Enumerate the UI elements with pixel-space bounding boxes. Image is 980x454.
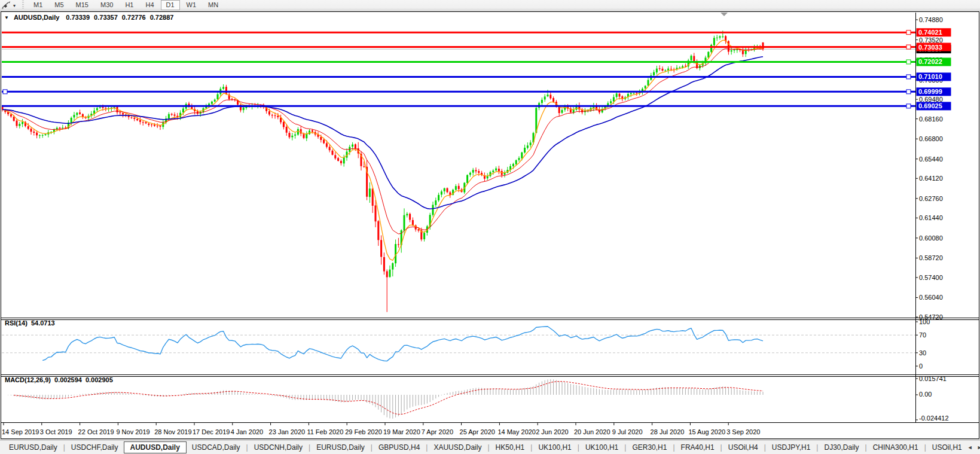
macd-signal-value: 0.002905: [86, 376, 113, 383]
symbol-dropdown-icon[interactable]: ▼: [4, 15, 9, 20]
date-label: 14 Sep 2019: [2, 428, 39, 435]
candle-body: [225, 87, 227, 94]
chart-tab-USDCHF-Daily[interactable]: USDCHF,Daily: [66, 441, 124, 453]
timeframe-button-M5[interactable]: M5: [49, 0, 69, 10]
candle-body: [71, 118, 72, 123]
candle-body: [398, 244, 399, 245]
candle-body: [297, 129, 299, 135]
candle-body: [389, 270, 391, 277]
chart-tab-GBPUSD-H4[interactable]: GBPUSD,H4: [373, 441, 425, 453]
candle-body: [168, 114, 170, 118]
candle-body: [472, 170, 474, 173]
candle-body: [131, 117, 133, 118]
timeframe-button-H1[interactable]: H1: [120, 0, 139, 10]
candle-body: [286, 127, 288, 133]
hline-handle[interactable]: [906, 60, 911, 64]
timeframe-button-H4[interactable]: H4: [140, 0, 159, 10]
candle-body: [679, 68, 680, 68]
chart-tab-USDJPY-H1[interactable]: USDJPY,H1: [767, 441, 816, 453]
candle-body: [59, 128, 61, 129]
candle-body: [28, 126, 29, 129]
macd-name: MACD(12,26,9): [5, 376, 51, 383]
date-label: 25 Apr 2020: [460, 428, 495, 435]
candle-body: [139, 120, 141, 122]
chart-canvas[interactable]: 0.748800.735200.721600.708000.694800.681…: [0, 0, 980, 454]
candle-body: [114, 107, 115, 108]
candle-body: [544, 96, 546, 99]
timeframe-button-M15[interactable]: M15: [71, 0, 94, 10]
chart-tab-GER30-H1[interactable]: GER30,H1: [627, 441, 672, 453]
chart-tab-EURUSD-Daily[interactable]: EURUSD,Daily: [4, 441, 63, 453]
chart-tab-USOil-H4[interactable]: USOil,H4: [723, 441, 764, 453]
timeframe-button-M30[interactable]: M30: [95, 0, 118, 10]
chart-tab-USDCNH-Daily[interactable]: USDCNH,Daily: [249, 441, 308, 453]
candle-body: [191, 106, 193, 109]
candle-body: [670, 69, 672, 69]
cursor-tool-icon[interactable]: [2, 1, 11, 10]
hline-handle[interactable]: [906, 75, 911, 79]
candle-body: [182, 108, 184, 112]
hline-handle[interactable]: [906, 31, 911, 35]
hline-handle[interactable]: [906, 45, 911, 49]
chart-tab-USDCAD-Daily[interactable]: USDCAD,Daily: [187, 441, 246, 453]
price-axis-label: 0.69999: [917, 87, 951, 96]
hline-handle[interactable]: [906, 104, 911, 108]
price-tick-label: 0.61440: [919, 214, 943, 221]
candle: [452, 189, 454, 196]
candle-body: [337, 158, 339, 161]
candle-body: [363, 166, 365, 167]
timeframe-button-D1[interactable]: D1: [161, 0, 180, 10]
date-label: 2 Jun 2020: [536, 428, 568, 435]
chart-tab-XAUUSD-Daily[interactable]: XAUUSD,Daily: [428, 441, 487, 453]
chart-tab-HK50-H1[interactable]: HK50,H1: [490, 441, 530, 453]
candle-body: [174, 114, 176, 115]
chart-tab-FRA40-H1[interactable]: FRA40,H1: [676, 441, 720, 453]
chart-tabs: EURUSD,Daily|USDCHF,DailyAUDUSD,DailyUSD…: [4, 441, 967, 453]
timeframe-button-MN[interactable]: MN: [203, 0, 224, 10]
candle-body: [447, 188, 448, 193]
timeframe-button-M1[interactable]: M1: [28, 0, 48, 10]
tab-scroll-left-icon[interactable]: ◄: [967, 444, 973, 450]
price-tick-label: 0.58720: [919, 254, 943, 261]
price-tick-label: 0.60080: [919, 234, 943, 242]
candle-body: [648, 80, 649, 86]
candle-body: [441, 191, 442, 194]
price-label-text: 0.71010: [918, 73, 942, 80]
candle-body: [76, 113, 78, 115]
candle-body: [16, 121, 18, 126]
candle-body: [323, 139, 325, 143]
date-label: 28 Nov 2019: [154, 428, 191, 435]
candle-body: [42, 135, 44, 136]
candle-body: [645, 86, 646, 88]
candle-body: [197, 111, 199, 114]
candle-body: [409, 214, 411, 220]
chart-tab-DJ30-Daily[interactable]: DJ30,Daily: [819, 441, 864, 453]
chart-tab-USOil-H1[interactable]: USOil,H1: [927, 441, 967, 453]
price-label-text: 0.69999: [918, 88, 942, 95]
chart-tab-AUDUSD-Daily[interactable]: AUDUSD,Daily: [124, 441, 187, 453]
price-tick-label: 0.74880: [919, 16, 943, 23]
chart-tab-EURUSD-Daily[interactable]: EURUSD,Daily: [311, 441, 370, 453]
tab-scroll-right-icon[interactable]: ►: [977, 444, 980, 450]
candle-body: [664, 70, 666, 71]
candle-body: [731, 50, 732, 51]
chart-tab-CHINA300-H1[interactable]: CHINA300,H1: [868, 441, 924, 453]
macd-axis-label: 0.015741: [919, 375, 947, 382]
candle-body: [719, 36, 721, 38]
toolbar-dropdown-icon[interactable]: ▾: [13, 3, 16, 8]
chart-tab-UK100-H1[interactable]: UK100,H1: [533, 441, 576, 453]
chart-tab-UK100-H1[interactable]: UK100,H1: [580, 441, 624, 453]
top-toolbar: ▾ M1M5M15M30H1H4D1W1MN: [0, 0, 980, 11]
timeframe-button-W1[interactable]: W1: [181, 0, 202, 10]
date-label: 19 Mar 2020: [383, 428, 420, 435]
candle-body: [99, 107, 101, 108]
hline-handle[interactable]: [3, 90, 7, 94]
candle-body: [10, 114, 12, 117]
price-tick-label: 0.56040: [919, 294, 943, 301]
candle-body: [145, 122, 147, 123]
candle-body: [96, 108, 98, 111]
date-label: 28 Jul 2020: [651, 428, 685, 435]
candle-body: [214, 100, 216, 102]
hline-handle[interactable]: [906, 90, 911, 94]
candle-body: [392, 263, 393, 270]
